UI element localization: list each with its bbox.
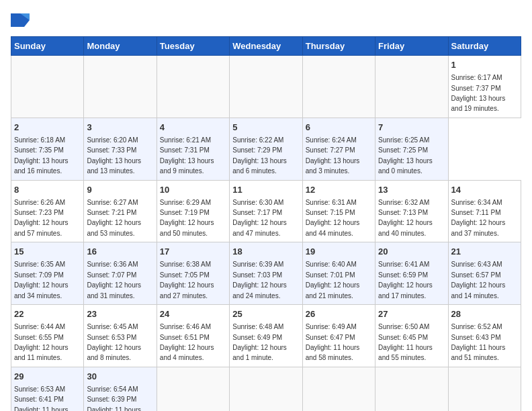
calendar-day: 30Sunrise: 6:54 AMSunset: 6:39 PMDayligh…: [84, 367, 157, 411]
day-info: Sunrise: 6:44 AMSunset: 6:55 PMDaylight:…: [14, 323, 69, 361]
calendar-day: 23Sunrise: 6:45 AMSunset: 6:53 PMDayligh…: [84, 305, 157, 367]
day-info: Sunrise: 6:25 AMSunset: 7:25 PMDaylight:…: [378, 136, 433, 175]
day-number: 9: [87, 184, 153, 196]
calendar-day: 14Sunrise: 6:34 AMSunset: 7:11 PMDayligh…: [448, 180, 521, 242]
day-number: 13: [378, 184, 445, 196]
day-info: Sunrise: 6:49 AMSunset: 6:47 PMDaylight:…: [306, 323, 360, 361]
day-info: Sunrise: 6:31 AMSunset: 7:15 PMDaylight:…: [306, 199, 360, 237]
day-of-week-header: Sunday: [11, 37, 84, 56]
day-info: Sunrise: 6:50 AMSunset: 6:45 PMDaylight:…: [378, 323, 433, 361]
empty-cell: [375, 56, 448, 118]
day-of-week-header: Saturday: [448, 37, 521, 56]
day-info: Sunrise: 6:24 AMSunset: 7:27 PMDaylight:…: [306, 136, 360, 175]
day-info: Sunrise: 6:35 AMSunset: 7:09 PMDaylight:…: [14, 261, 69, 299]
day-info: Sunrise: 6:48 AMSunset: 6:49 PMDaylight:…: [232, 323, 287, 361]
calendar-day: 1Sunrise: 6:17 AMSunset: 7:37 PMDaylight…: [448, 56, 521, 118]
day-of-week-header: Wednesday: [230, 37, 302, 56]
calendar-day: 13Sunrise: 6:32 AMSunset: 7:13 PMDayligh…: [375, 180, 448, 242]
calendar-week-row: 2Sunrise: 6:18 AMSunset: 7:35 PMDaylight…: [11, 118, 521, 180]
calendar-day: 6Sunrise: 6:24 AMSunset: 7:27 PMDaylight…: [302, 118, 375, 180]
day-number: 28: [451, 308, 518, 320]
calendar-day: 21Sunrise: 6:43 AMSunset: 6:57 PMDayligh…: [448, 242, 521, 305]
day-info: Sunrise: 6:54 AMSunset: 6:39 PMDaylight:…: [87, 385, 141, 411]
day-info: Sunrise: 6:32 AMSunset: 7:13 PMDaylight:…: [378, 199, 433, 237]
day-number: 7: [378, 122, 445, 134]
empty-cell: [302, 56, 375, 118]
day-info: Sunrise: 6:30 AMSunset: 7:17 PMDaylight:…: [232, 199, 287, 237]
calendar-table: SundayMondayTuesdayWednesdayThursdayFrid…: [11, 36, 521, 411]
day-number: 3: [87, 122, 153, 134]
calendar-week-row: 1Sunrise: 6:17 AMSunset: 7:37 PMDaylight…: [11, 56, 521, 118]
day-info: Sunrise: 6:18 AMSunset: 7:35 PMDaylight:…: [14, 136, 69, 175]
day-number: 23: [87, 308, 153, 320]
calendar-day: 8Sunrise: 6:26 AMSunset: 7:23 PMDaylight…: [11, 180, 84, 242]
calendar-day: 24Sunrise: 6:46 AMSunset: 6:51 PMDayligh…: [157, 305, 229, 367]
day-number: 29: [14, 371, 81, 383]
day-number: 24: [160, 308, 226, 320]
calendar-day: 11Sunrise: 6:30 AMSunset: 7:17 PMDayligh…: [230, 180, 302, 242]
day-info: Sunrise: 6:43 AMSunset: 6:57 PMDaylight:…: [451, 261, 506, 299]
day-number: 6: [306, 122, 372, 134]
day-number: 12: [306, 184, 372, 196]
day-number: 17: [160, 246, 226, 258]
calendar-day: 12Sunrise: 6:31 AMSunset: 7:15 PMDayligh…: [302, 180, 375, 242]
logo-icon: [11, 11, 30, 30]
day-number: 30: [87, 371, 153, 383]
empty-cell: [157, 56, 229, 118]
day-info: Sunrise: 6:34 AMSunset: 7:11 PMDaylight:…: [451, 199, 506, 237]
day-info: Sunrise: 6:45 AMSunset: 6:53 PMDaylight:…: [87, 323, 141, 361]
day-info: Sunrise: 6:53 AMSunset: 6:41 PMDaylight:…: [14, 385, 69, 411]
empty-cell: [302, 367, 375, 411]
calendar-day: 19Sunrise: 6:40 AMSunset: 7:01 PMDayligh…: [302, 242, 375, 305]
empty-cell: [11, 56, 84, 118]
day-number: 21: [451, 246, 518, 258]
day-info: Sunrise: 6:29 AMSunset: 7:19 PMDaylight:…: [160, 199, 214, 237]
calendar-week-row: 15Sunrise: 6:35 AMSunset: 7:09 PMDayligh…: [11, 242, 521, 305]
calendar-week-row: 8Sunrise: 6:26 AMSunset: 7:23 PMDaylight…: [11, 180, 521, 242]
day-number: 1: [451, 59, 518, 71]
empty-cell: [84, 56, 157, 118]
empty-cell: [230, 367, 302, 411]
day-info: Sunrise: 6:39 AMSunset: 7:03 PMDaylight:…: [232, 261, 287, 299]
calendar-day: 2Sunrise: 6:18 AMSunset: 7:35 PMDaylight…: [11, 118, 84, 180]
day-info: Sunrise: 6:27 AMSunset: 7:21 PMDaylight:…: [87, 199, 141, 237]
day-info: Sunrise: 6:20 AMSunset: 7:33 PMDaylight:…: [87, 136, 141, 175]
day-number: 20: [378, 246, 445, 258]
day-number: 4: [160, 122, 226, 134]
calendar-day: 10Sunrise: 6:29 AMSunset: 7:19 PMDayligh…: [157, 180, 229, 242]
calendar-day: 17Sunrise: 6:38 AMSunset: 7:05 PMDayligh…: [157, 242, 229, 305]
day-number: 19: [306, 246, 372, 258]
day-number: 11: [232, 184, 299, 196]
day-info: Sunrise: 6:41 AMSunset: 6:59 PMDaylight:…: [378, 261, 433, 299]
empty-cell: [157, 367, 229, 411]
empty-cell: [230, 56, 302, 118]
logo: [11, 11, 32, 30]
day-of-week-header: Monday: [84, 37, 157, 56]
day-info: Sunrise: 6:26 AMSunset: 7:23 PMDaylight:…: [14, 199, 69, 237]
calendar-week-row: 29Sunrise: 6:53 AMSunset: 6:41 PMDayligh…: [11, 367, 521, 411]
day-number: 15: [14, 246, 81, 258]
calendar-day: 20Sunrise: 6:41 AMSunset: 6:59 PMDayligh…: [375, 242, 448, 305]
day-number: 2: [14, 122, 81, 134]
day-number: 27: [378, 308, 445, 320]
day-info: Sunrise: 6:17 AMSunset: 7:37 PMDaylight:…: [451, 74, 506, 112]
calendar-day: 16Sunrise: 6:36 AMSunset: 7:07 PMDayligh…: [84, 242, 157, 305]
day-of-week-header: Friday: [375, 37, 448, 56]
day-info: Sunrise: 6:36 AMSunset: 7:07 PMDaylight:…: [87, 261, 141, 299]
day-info: Sunrise: 6:40 AMSunset: 7:01 PMDaylight:…: [306, 261, 360, 299]
calendar-day: 4Sunrise: 6:21 AMSunset: 7:31 PMDaylight…: [157, 118, 229, 180]
day-info: Sunrise: 6:52 AMSunset: 6:43 PMDaylight:…: [451, 323, 506, 361]
empty-cell: [375, 367, 448, 411]
calendar-day: 25Sunrise: 6:48 AMSunset: 6:49 PMDayligh…: [230, 305, 302, 367]
calendar-header-row: SundayMondayTuesdayWednesdayThursdayFrid…: [11, 37, 521, 56]
day-number: 18: [232, 246, 299, 258]
day-number: 8: [14, 184, 81, 196]
calendar-day: 15Sunrise: 6:35 AMSunset: 7:09 PMDayligh…: [11, 242, 84, 305]
calendar-day: 5Sunrise: 6:22 AMSunset: 7:29 PMDaylight…: [230, 118, 302, 180]
calendar-day: 28Sunrise: 6:52 AMSunset: 6:43 PMDayligh…: [448, 305, 521, 367]
day-info: Sunrise: 6:38 AMSunset: 7:05 PMDaylight:…: [160, 261, 214, 299]
day-number: 14: [451, 184, 518, 196]
day-of-week-header: Tuesday: [157, 37, 229, 56]
calendar-day: 29Sunrise: 6:53 AMSunset: 6:41 PMDayligh…: [11, 367, 84, 411]
calendar-day: 7Sunrise: 6:25 AMSunset: 7:25 PMDaylight…: [375, 118, 448, 180]
